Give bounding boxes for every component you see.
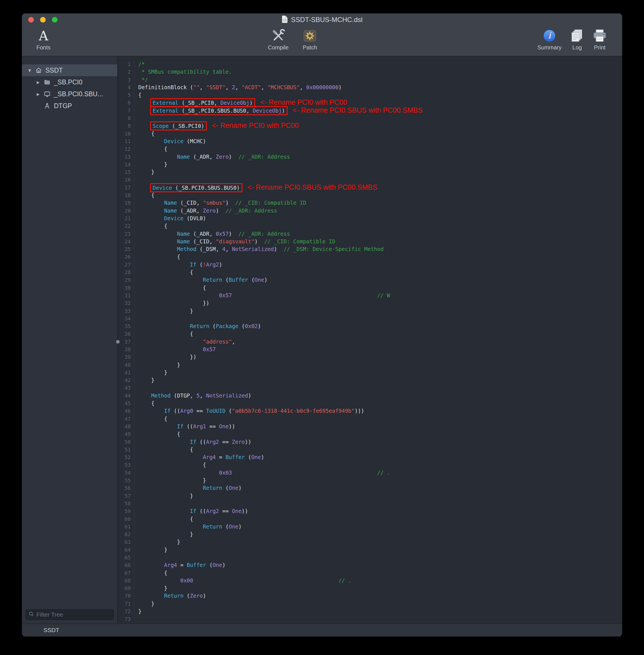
sidebar-item-label: _SB.PCI0 (54, 78, 83, 86)
code-line: 40 } (118, 361, 622, 369)
code-line: 1/* (118, 61, 622, 68)
search-icon (28, 611, 34, 618)
code-line: 26 { (118, 253, 622, 261)
compile-button[interactable]: Compile (265, 28, 292, 51)
line-number: 31 (118, 292, 134, 299)
titlebar[interactable]: SSDT-SBUS-MCHC.dsl (22, 14, 622, 26)
line-number: 16 (118, 176, 134, 183)
rename-highlight-box: Device (_SB.PCI0.SBUS.BUS0) (150, 183, 243, 192)
fonts-button[interactable]: A Fonts (30, 28, 57, 51)
line-number: 62 (118, 530, 134, 538)
line-number: 66 (118, 561, 134, 569)
rename-annotation: <- Rename PCI0 with PC00 (212, 121, 299, 129)
code-line: 8 (118, 114, 622, 122)
sidebar-item-sb-pci0[interactable]: ▸_SB.PCI0 (22, 76, 117, 88)
compile-label: Compile (268, 44, 289, 51)
filter-tree-field[interactable] (25, 609, 114, 620)
sidebar-item-label: DTGP (54, 102, 72, 110)
line-number: 64 (118, 546, 134, 554)
code-line: 14 } (118, 161, 622, 168)
filter-tree-input[interactable] (37, 611, 111, 618)
rename-highlight-box: External (_SB_.PCI0.SBUS.BUS0, DeviceObj… (150, 106, 288, 115)
code-line: 25 Method (_DSM, 4, NotSerialized) // _D… (118, 245, 622, 253)
code-line: 21 Device (DVL0) (118, 214, 622, 222)
line-number: 6 (118, 99, 134, 107)
line-number: 28 (118, 269, 134, 276)
line-number: 48 (118, 423, 134, 430)
summary-button[interactable]: i Summary (536, 28, 563, 51)
code-line: 69 } (118, 584, 622, 592)
line-number: 17 (118, 184, 134, 191)
line-number: 19 (118, 199, 134, 207)
line-number: 53 (118, 461, 134, 469)
line-number: 44 (118, 392, 134, 400)
line-number: 27 (118, 261, 134, 269)
device-icon (42, 91, 52, 97)
traffic-lights (28, 14, 58, 26)
compile-icon (270, 28, 286, 44)
tree: ▾SSDT▸_SB.PCI0▸_SB.PCI0.SBU...DTGP (22, 57, 117, 606)
line-number: 35 (118, 322, 134, 330)
line-number: 46 (118, 407, 134, 415)
line-number: 12 (118, 145, 134, 153)
code-line: 58 (118, 500, 622, 507)
code-line: 65 (118, 554, 622, 561)
code-editor[interactable]: 1/*2 * SMBus compatibility table.3 */4De… (118, 57, 622, 624)
line-number: 43 (118, 384, 134, 391)
code-line: 29 Return (Buffer (One) (118, 276, 622, 284)
line-number: 68 (118, 577, 134, 584)
sidebar: ▾SSDT▸_SB.PCI0▸_SB.PCI0.SBU...DTGP (22, 57, 118, 624)
patch-button[interactable]: Patch (296, 28, 323, 51)
sidebar-item-dtgp[interactable]: DTGP (22, 100, 117, 112)
minimize-button[interactable] (40, 17, 46, 23)
code-line: 20 Name (_ADR, Zero) // _ADR: Address (118, 207, 622, 214)
splitter-handle[interactable] (116, 340, 120, 344)
code-line: 63 } (118, 538, 622, 546)
code-line: 11 Device (MCHC) (118, 137, 622, 145)
disclosure-triangle-icon[interactable]: ▸ (34, 79, 42, 86)
method-icon (42, 103, 52, 109)
patch-label: Patch (302, 44, 317, 51)
line-number: 23 (118, 230, 134, 238)
line-number: 13 (118, 153, 134, 161)
code-line: 4DefinitionBlock ("", "SSDT", 2, "ACDT",… (118, 84, 622, 91)
line-number: 51 (118, 446, 134, 453)
print-button[interactable]: Print (586, 28, 613, 51)
line-number: 10 (118, 130, 134, 137)
line-number: 1 (118, 61, 134, 68)
line-number: 34 (118, 315, 134, 322)
sidebar-item-ssdt[interactable]: ▾SSDT (22, 64, 117, 76)
line-number: 2 (118, 68, 134, 76)
toolbar: A Fonts Compile Patch i Summary Log Prin… (22, 26, 622, 57)
line-number: 30 (118, 284, 134, 292)
sidebar-item-label: SSDT (45, 67, 63, 74)
code-line: 18 { (118, 191, 622, 199)
line-number: 33 (118, 307, 134, 315)
disclosure-triangle-icon[interactable]: ▾ (25, 67, 34, 74)
code-line: 12 { (118, 145, 622, 153)
code-line: 27 If (!Arg2) (118, 261, 622, 269)
code-line: 39 }) (118, 353, 622, 361)
line-number: 61 (118, 523, 134, 530)
disclosure-triangle-icon[interactable]: ▸ (34, 91, 42, 97)
line-number: 39 (118, 353, 134, 361)
code-line: 54 0x03 // . (118, 469, 622, 477)
code-line: 7 External (_SB_.PCI0.SBUS.BUS0, DeviceO… (118, 107, 622, 114)
zoom-button[interactable] (52, 17, 58, 23)
line-number: 73 (118, 615, 134, 623)
close-button[interactable] (28, 17, 34, 23)
line-number: 60 (118, 515, 134, 523)
window-title-area: SSDT-SBUS-MCHC.dsl (281, 15, 362, 24)
line-number: 14 (118, 161, 134, 168)
code-line: 38 0x57 (118, 345, 622, 353)
line-number: 29 (118, 276, 134, 284)
code-line: 32 }) (118, 299, 622, 307)
code-line: 31 0x57 // W (118, 292, 622, 299)
line-number: 41 (118, 369, 134, 376)
sidebar-item-sb-pci0-sbu[interactable]: ▸_SB.PCI0.SBU... (22, 88, 117, 100)
line-number: 63 (118, 538, 134, 546)
code-line: 72} (118, 608, 622, 615)
summary-icon: i (543, 28, 556, 44)
line-number: 49 (118, 430, 134, 438)
line-number: 37 (118, 338, 134, 345)
